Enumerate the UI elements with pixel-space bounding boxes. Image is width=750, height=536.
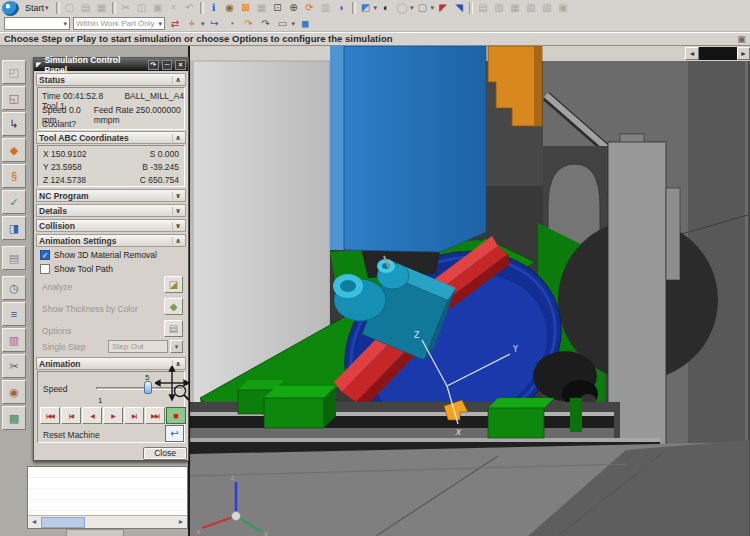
chevron-down-icon[interactable]: ▾	[201, 20, 205, 28]
return-icon[interactable]: ↪	[208, 17, 222, 30]
panel-tab-stub[interactable]	[66, 529, 124, 536]
tools-tab[interactable]: ✂	[2, 354, 26, 378]
single-step-dropdown[interactable]: Step Out	[108, 340, 168, 353]
section-animation-settings[interactable]: Animation Settings∧	[36, 234, 186, 247]
update-display-icon[interactable]: ⇄	[168, 17, 182, 30]
stop-button[interactable]: ■	[166, 407, 186, 424]
reset-machine-button[interactable]: ↩	[165, 425, 184, 442]
window-restore-icon[interactable]: ▣	[735, 33, 748, 45]
gray-icon-4[interactable]: ▧	[524, 2, 538, 15]
section-nc-program[interactable]: NC Program∨	[36, 189, 186, 202]
zoom-window-icon[interactable]: ⊡	[271, 2, 285, 15]
graphics-viewport[interactable]: Z Y X z x y ◄ ►	[188, 46, 750, 536]
history-tab[interactable]: ◷	[2, 276, 26, 300]
checkbox-icon[interactable]: ✓	[40, 250, 50, 260]
panel-options-icon[interactable]: ↷	[148, 60, 159, 70]
show-tool-path-checkbox[interactable]: ✓ Show Tool Path	[40, 264, 113, 274]
copy-icon[interactable]: ◫	[135, 2, 149, 15]
refresh-icon[interactable]: ⟳	[303, 2, 317, 15]
chevron-down-icon[interactable]: ▾	[374, 4, 378, 12]
process-assistant-tab[interactable]: ◨	[2, 216, 26, 240]
delete-icon[interactable]: ×	[167, 2, 181, 15]
gray-icon-5[interactable]: ▨	[540, 2, 554, 15]
selection-box-icon[interactable]: ▭	[276, 17, 290, 30]
edge-display-icon[interactable]: ◯	[395, 2, 409, 15]
section-tool-abc-coordinates[interactable]: Tool ABC Coordinates∧	[36, 131, 186, 144]
operation-list-panel[interactable]: ◄ ►	[27, 466, 188, 529]
scene-tab[interactable]: ▩	[2, 406, 26, 430]
gray-icon-2[interactable]: ▥	[492, 2, 506, 15]
selection-filter-combo[interactable]: ▾	[4, 17, 70, 30]
show-3d-material-removal-checkbox[interactable]: ✓ Show 3D Material Removal	[40, 250, 157, 260]
viewport-scroll-right-button[interactable]: ►	[737, 47, 750, 60]
save-icon[interactable]: ▦	[95, 2, 109, 15]
render-style-icon[interactable]: ◐	[379, 2, 393, 15]
step-back-button[interactable]: |◀	[61, 407, 81, 424]
snapshot-icon[interactable]: ▥	[319, 2, 333, 15]
step-forward-button[interactable]: ▶|	[124, 407, 144, 424]
open-icon[interactable]: ▤	[79, 2, 93, 15]
scrollbar-thumb[interactable]	[41, 517, 85, 528]
checkbox-icon[interactable]: ✓	[40, 264, 50, 274]
palette-tab[interactable]: ▥	[2, 328, 26, 352]
constraint-navigator-tab[interactable]: ◱	[2, 86, 26, 110]
operation-navigator-tab[interactable]: §	[2, 164, 26, 188]
rotate-view-icon[interactable]: ◗	[335, 2, 349, 15]
isometric-view-icon[interactable]: ◩	[359, 2, 373, 15]
section-animation[interactable]: Animation∧	[36, 357, 186, 370]
machine-tool-navigator-tab[interactable]: ✓	[2, 190, 26, 214]
scroll-left-arrow-icon[interactable]: ◄	[28, 516, 40, 528]
motion-arc-icon[interactable]: ↷	[259, 17, 273, 30]
assembly-navigator-tab[interactable]: ◰	[2, 60, 26, 84]
single-step-dropdown-arrow[interactable]: ▾	[170, 340, 183, 353]
dialog-memory-icon[interactable]: ▣	[556, 2, 570, 15]
part-navigator-tab[interactable]: ↳	[2, 112, 26, 136]
info-icon[interactable]: ℹ	[207, 2, 221, 15]
pan-icon[interactable]: ▦	[255, 2, 269, 15]
go-to-end-button[interactable]: ▶▶|	[145, 407, 165, 424]
close-icon[interactable]: ×	[175, 60, 186, 70]
show-thickness-by-color-button[interactable]: ◆	[164, 298, 183, 315]
panel-title-bar[interactable]: ◤ Simulation Control Panel ↷ ─ ×	[34, 58, 188, 71]
reuse-library-tab[interactable]: ◆	[2, 138, 26, 162]
close-button[interactable]: Close	[143, 447, 187, 460]
web-browser-tab[interactable]: ▤	[2, 246, 26, 270]
horizontal-scrollbar[interactable]: ◄ ►	[28, 515, 187, 528]
work-region-icon[interactable]: ◼	[298, 17, 312, 30]
go-to-start-button[interactable]: |◀◀	[40, 407, 60, 424]
play-button[interactable]: ▶	[103, 407, 123, 424]
viewport-scroll-track[interactable]	[699, 47, 737, 60]
section-status[interactable]: Status∧	[36, 73, 186, 86]
speed-slider-track[interactable]	[96, 387, 182, 390]
zoom-icon[interactable]: ⊕	[287, 2, 301, 15]
speed-slider-thumb[interactable]	[144, 381, 152, 394]
start-menu-button[interactable]: Start▾	[21, 2, 53, 14]
create-icon[interactable]: +	[185, 17, 199, 30]
gray-icon-1[interactable]: ▤	[476, 2, 490, 15]
scroll-right-arrow-icon[interactable]: ►	[175, 516, 187, 528]
analyze-button[interactable]: ◪	[164, 276, 183, 293]
panel-pin-icon[interactable]: ◤	[36, 61, 41, 69]
selection-scope-combo[interactable]: Within Work Part Only▾	[73, 17, 165, 30]
cut-icon[interactable]: ✂	[119, 2, 133, 15]
minimize-icon[interactable]: ─	[162, 60, 173, 70]
new-file-icon[interactable]: ▢	[63, 2, 77, 15]
undo-icon[interactable]: ↶	[183, 2, 197, 15]
visualization-icon[interactable]: ◉	[223, 2, 237, 15]
chevron-down-icon[interactable]: ▾	[410, 4, 414, 12]
viewport-scroll-left-button[interactable]: ◄	[685, 47, 699, 60]
section-details[interactable]: Details∨	[36, 204, 186, 217]
redo-arc-icon[interactable]: ↷	[242, 17, 256, 30]
tree-list-tab[interactable]: ≡	[2, 302, 26, 326]
rotate-right-icon[interactable]: ◥	[452, 2, 466, 15]
play-reverse-button[interactable]: ◀	[82, 407, 102, 424]
fit-view-icon[interactable]: ⊠	[239, 2, 253, 15]
orbit-icon[interactable]: ◔	[225, 17, 239, 30]
background-icon[interactable]: ▢	[416, 2, 430, 15]
gray-icon-3[interactable]: ▦	[508, 2, 522, 15]
rotate-left-icon[interactable]: ◤	[436, 2, 450, 15]
chevron-down-icon[interactable]: ▾	[292, 20, 296, 28]
section-collision[interactable]: Collision∨	[36, 219, 186, 232]
roles-tab[interactable]: ◉	[2, 380, 26, 404]
paste-icon[interactable]: ▣	[151, 2, 165, 15]
